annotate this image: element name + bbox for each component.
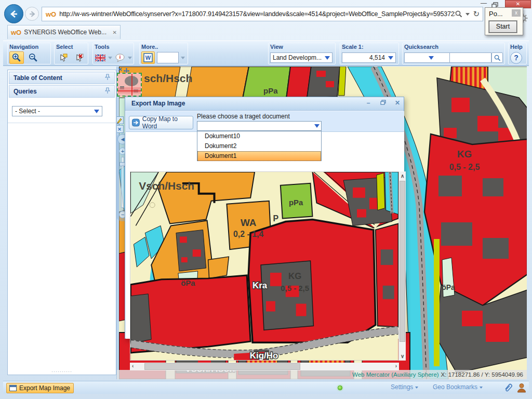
view-select-value: Land Developm...: [273, 54, 322, 61]
quicksearch-input[interactable]: [450, 52, 491, 63]
dialog-close-button[interactable]: ✕: [392, 99, 403, 108]
word-export-button[interactable]: W: [141, 51, 155, 64]
view-select[interactable]: Land Developm...: [270, 52, 332, 63]
select-cursor-icon: [59, 54, 68, 62]
sidebar-resize-handle[interactable]: ··········: [8, 369, 116, 374]
tab-close-icon[interactable]: ✕: [113, 30, 117, 35]
preview-vertical-scrollbar[interactable]: ∧ ∨: [399, 171, 406, 361]
forward-button[interactable]: [25, 7, 39, 21]
preview-label-wa: WA: [241, 217, 257, 228]
forward-arrow-icon: [28, 10, 36, 18]
info-dropdown-icon[interactable]: [128, 57, 132, 59]
document-combobox[interactable]: [197, 121, 322, 131]
quicksearch-select[interactable]: [404, 52, 450, 63]
zoom-in-button[interactable]: [9, 51, 24, 64]
popup-close-button[interactable]: x: [512, 9, 521, 17]
site-favicon: wO: [46, 10, 56, 18]
redline-tool-icon[interactable]: [116, 116, 124, 124]
clear-selection-button[interactable]: [72, 51, 86, 64]
search-icon[interactable]: [455, 10, 462, 18]
info-tool-button[interactable]: i: [114, 51, 126, 64]
pin-icon[interactable]: [105, 87, 110, 96]
map-label-kg: KG: [457, 149, 472, 159]
crs-label: Web Mercator (Auxiliary Sphere): [352, 371, 439, 378]
bottom-taskbar: Export Map Image Settings Geo Bookmarks: [3, 381, 529, 394]
address-dropdown-icon[interactable]: [466, 13, 470, 16]
more-dropdown-icon[interactable]: [181, 57, 185, 59]
settings-menu[interactable]: Settings: [391, 383, 418, 391]
back-arrow-icon: [9, 9, 19, 19]
paperclip-icon[interactable]: [503, 382, 513, 395]
browser-tab[interactable]: wO SYNERGIS WebOffice Web... ✕: [7, 25, 121, 39]
preview-label-kg-range: 0,5 - 2,5: [281, 284, 309, 292]
dropdown-option[interactable]: Dokument10: [197, 131, 321, 141]
geo-bookmarks-label: Geo Bookmarks: [433, 383, 477, 391]
address-bar[interactable]: wO http://w-ws-wintner/WebOffice/synserv…: [42, 7, 483, 21]
preview-label-vsch: Vsch/Hsch: [139, 180, 194, 192]
left-sidebar: Table of Content Queries - Select - ····…: [7, 70, 116, 375]
user-avatar[interactable]: [516, 382, 527, 395]
toc-label: Table of Content: [14, 74, 62, 82]
preview-label-p: P: [273, 214, 279, 223]
status-green-dot: [338, 385, 342, 390]
preview-label-kig-ho: Kig/Ho: [250, 351, 278, 361]
preview-horizontal-scrollbar[interactable]: ‹ ›: [130, 363, 399, 370]
language-button[interactable]: [95, 51, 106, 64]
help-group-label: Help: [510, 44, 525, 51]
dropdown-option-selected[interactable]: Dokument1: [197, 151, 321, 161]
dialog-titlebar[interactable]: Export Map Image – ✕: [125, 97, 404, 111]
toolbar-group-tools: Tools i: [92, 43, 134, 64]
toolbar-group-more: More.. W: [139, 43, 188, 64]
overview-inset-map[interactable]: [117, 73, 142, 97]
panel-queries[interactable]: Queries: [9, 85, 115, 98]
notification-popup: Po... x Start: [485, 7, 523, 35]
toolbar-group-select: Select: [54, 43, 88, 64]
refresh-icon[interactable]: ↻: [473, 9, 480, 19]
popup-title: Po...: [489, 10, 503, 18]
panel-table-of-content[interactable]: Table of Content: [9, 72, 115, 84]
dialog-title: Export Map Image: [131, 100, 185, 107]
select-group-label: Select: [56, 44, 86, 51]
back-button[interactable]: [4, 4, 23, 23]
popup-start-button[interactable]: Start: [489, 21, 517, 33]
scroll-left-icon[interactable]: ‹: [132, 363, 134, 369]
dialog-minimize-button[interactable]: –: [363, 99, 374, 108]
dialog-restore-button[interactable]: [378, 99, 388, 108]
scale-input[interactable]: 4,514: [342, 52, 396, 63]
quicksearch-button[interactable]: [491, 52, 503, 63]
geo-bookmarks-menu[interactable]: Geo Bookmarks: [433, 383, 483, 391]
url-text[interactable]: http://w-ws-wintner/WebOffice/synserver?…: [59, 10, 455, 18]
preview-label-ppa: pPa: [289, 198, 303, 207]
tools-group-label: Tools: [95, 44, 132, 51]
export-map-image-dialog: Export Map Image – ✕ Copy Map to Word Pl…: [125, 97, 404, 339]
language-dropdown-icon[interactable]: [108, 57, 112, 59]
query-select[interactable]: - Select -: [12, 106, 102, 116]
map-label-kg-range: 0,5 - 2,5: [449, 163, 480, 171]
queries-label: Queries: [14, 88, 37, 95]
uk-flag-icon: [95, 55, 105, 61]
help-button[interactable]: ?: [510, 52, 522, 64]
quicksearch-group-label: Quicksearch: [404, 44, 503, 51]
coordinate-statusbar: Web Mercator (Auxiliary Sphere) X: 17182…: [117, 370, 527, 379]
toolbar-group-navigation: Navigation: [7, 43, 51, 64]
coordinates-value: X: 1718271.86 / Y: 5954049.96: [441, 371, 523, 378]
scroll-up-icon[interactable]: ∧: [401, 173, 404, 179]
select-tool-button[interactable]: [56, 51, 70, 64]
zoom-out-button[interactable]: [26, 51, 41, 64]
copy-arrow-icon: [132, 118, 140, 127]
vertical-scroll-thumb[interactable]: [400, 181, 405, 342]
map-preview[interactable]: Vsch/Hsch pPa P WA 0,2 - 1,4 öPa Kra KG …: [130, 171, 399, 361]
dropdown-option[interactable]: Dokument2: [197, 141, 321, 151]
horizontal-scroll-thumb[interactable]: [144, 363, 300, 370]
pin-icon[interactable]: [105, 74, 110, 82]
more-combo[interactable]: [157, 52, 179, 63]
preview-label-kra: Kra: [252, 281, 268, 290]
close-panel-icon[interactable]: ✕: [116, 125, 124, 133]
browser-chrome: wO http://w-ws-wintner/WebOffice/synserv…: [0, 0, 532, 41]
scroll-right-icon[interactable]: ›: [395, 363, 397, 369]
tab-favicon: wO: [11, 29, 21, 36]
taskbar-export-map-image-button[interactable]: Export Map Image: [6, 383, 74, 393]
copy-map-to-word-button[interactable]: Copy Map to Word: [129, 116, 193, 129]
svg-text:i: i: [119, 55, 121, 60]
scroll-down-icon[interactable]: ∨: [401, 353, 404, 359]
